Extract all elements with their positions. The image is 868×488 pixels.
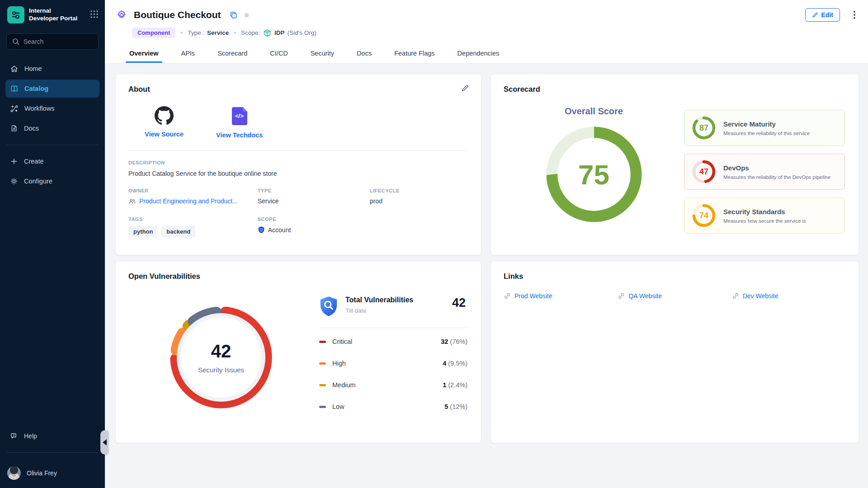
catalog-book-icon [10,84,19,93]
copy-icon[interactable] [229,11,238,19]
github-icon [155,106,174,125]
sidebar-item-create[interactable]: Create [5,152,99,170]
legend-row-low: Low 5 (12%) [319,396,467,418]
scorecard-mini-donut: 47 [692,160,716,184]
view-source-link[interactable]: View Source [145,106,184,139]
sidebar-item-docs[interactable]: Docs [5,119,99,137]
scorecard-list: 87 Service Maturity Measures the reliabi… [684,110,845,234]
scorecard-card: Scorecard Overall Score 75 [491,74,859,255]
link-qa-website[interactable]: QA Website [618,292,731,300]
docs-icon [10,124,18,132]
sidebar-item-configure[interactable]: Configure [5,172,99,190]
critical-dash-icon [319,341,326,343]
overall-score-block: Overall Score 75 [504,96,684,234]
total-vulnerabilities-value: 42 [452,296,467,310]
sidebar-collapse-handle[interactable] [100,430,108,455]
description-label: DESCRIPTION [128,160,468,165]
lifecycle-label: LIFECYCLE [370,188,468,193]
sidebar-bottom: ? Help Olivia Frey [0,427,105,488]
legend-row-high: High 4 (9.5%) [319,352,467,374]
high-dash-icon [319,362,326,365]
type-value: Service [207,29,229,36]
about-heading: About [128,85,468,94]
low-dash-icon [319,406,326,408]
entity-meta-row: Component Type : Service Scope: IDP (Sid… [132,28,857,38]
link-chain-icon [504,292,511,300]
about-card: About View Source </> View [115,74,481,255]
main-area: Boutique Checkout Edit Component [105,0,868,443]
sidebar: Internal Developer Portal Search Home [0,0,105,488]
help-icon: ? [10,432,18,440]
type-label: Type : [188,29,204,36]
edit-button[interactable]: Edit [805,8,840,22]
owner-link[interactable]: Product Engineering and Product... [128,197,258,205]
search-input[interactable]: Search [6,33,99,50]
sidebar-nav: Home Catalog Workflows Docs [0,60,105,137]
pencil-icon [812,12,818,18]
tab-scorecard[interactable]: Scorecard [217,47,248,63]
type-label: TYPE [258,188,370,193]
user-menu[interactable]: Olivia Frey [0,460,105,488]
svg-text:?: ? [13,434,14,437]
scorecard-item-security-standards[interactable]: 74 Security Standards Measures how secur… [684,197,845,234]
scorecard-item-devops[interactable]: 47 DevOps Measures the reliability of th… [684,154,845,190]
overall-score-donut: 75 [542,123,646,226]
sidebar-item-workflows[interactable]: Workflows [5,99,99,117]
sidebar-item-catalog[interactable]: Catalog [5,80,99,98]
sidebar-item-help[interactable]: ? Help [0,427,105,445]
links-card: Links Prod Website QA Website [491,261,859,443]
page-header: Boutique Checkout Edit Component [105,0,868,63]
team-icon [128,198,136,205]
vulnerabilities-donut: 42 Security Issues [165,301,277,413]
about-edit-icon[interactable] [461,84,469,92]
tab-docs[interactable]: Docs [356,47,373,63]
link-chain-icon [732,292,739,300]
avatar [7,466,21,480]
legend-row-medium: Medium 1 (2.4%) [319,374,467,396]
gear-icon [10,177,18,185]
logo-row: Internal Developer Portal [0,0,105,29]
user-name: Olivia Frey [27,469,57,477]
description-value: Product Catalog Service for the boutique… [128,170,468,177]
sidebar-divider [6,145,99,145]
tab-security[interactable]: Security [310,47,335,63]
tab-dependencies[interactable]: Dependencies [457,47,500,63]
plus-icon [10,157,18,165]
sidebar-item-home[interactable]: Home [5,60,99,78]
tab-cicd[interactable]: CI/CD [269,47,288,63]
overall-score-value: 75 [542,123,646,226]
app-logo [7,6,24,23]
link-prod-website[interactable]: Prod Website [504,292,618,300]
owner-label: OWNER [128,188,258,193]
app-switcher-icon[interactable] [90,10,99,20]
techdocs-icon: </> [230,106,249,126]
tab-bar: Overview APIs Scorecard CI/CD Security D… [128,47,857,63]
scope-org: (Sid's Org) [288,29,316,36]
tab-apis[interactable]: APIs [180,47,196,63]
link-dev-website[interactable]: Dev Website [732,292,846,300]
link-chain-icon [618,292,625,300]
scope-label: Scope: [241,29,260,36]
scorecard-item-service-maturity[interactable]: 87 Service Maturity Measures the reliabi… [684,110,845,146]
tab-feature-flags[interactable]: Feature Flags [393,47,435,63]
cube-icon [263,28,272,38]
medium-dash-icon [319,384,326,386]
scope-label: SCOPE [258,216,468,222]
tag-chip[interactable]: python [128,226,158,237]
view-techdocs-link[interactable]: </> View Techdocs [216,106,263,139]
scorecard-mini-donut: 74 [692,203,716,228]
overall-score-title: Overall Score [565,106,623,117]
dot-separator [234,32,236,34]
sliders-logo-icon [10,9,21,20]
total-vulnerabilities-subtitle: Till date [345,307,413,314]
svg-text:</>: </> [235,113,244,119]
tag-chip[interactable]: backend [161,226,195,237]
legend-row-critical: Critical 32 (76%) [319,331,467,352]
tab-overview[interactable]: Overview [128,47,160,63]
scope-value: Account [268,226,291,234]
more-options-button[interactable] [852,9,857,21]
favorite-star-icon[interactable] [242,11,251,19]
vulnerabilities-heading: Open Vulnerabilities [128,272,468,281]
scorecard-heading: Scorecard [504,85,846,94]
scope-value: IDP [274,29,285,36]
